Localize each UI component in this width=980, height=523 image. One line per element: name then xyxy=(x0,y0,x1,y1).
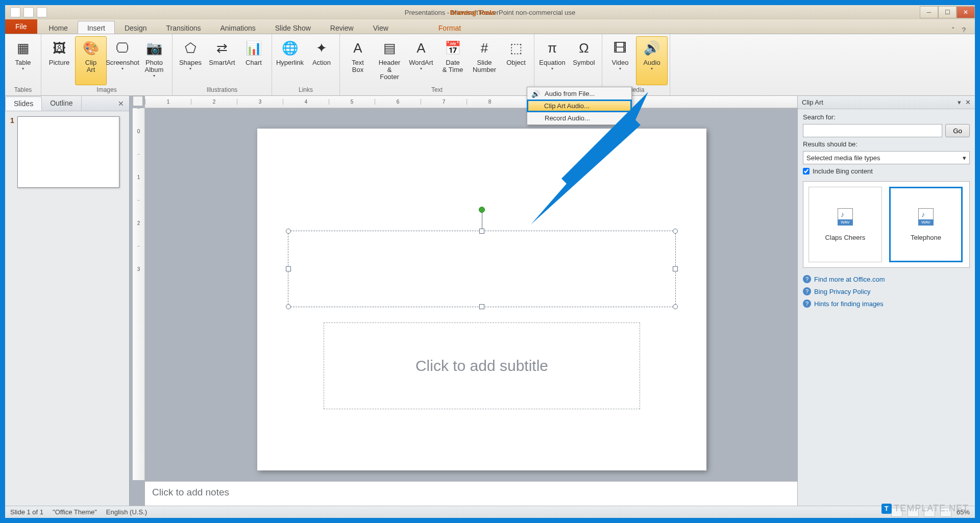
vruler-tick: 1 xyxy=(137,154,140,200)
close-button[interactable]: ✕ xyxy=(957,6,975,18)
notes-pane[interactable]: Click to add notes xyxy=(145,481,797,506)
audio-menu-item-icon: 🔊 xyxy=(531,90,540,98)
video-button[interactable]: 🎞Video▾ xyxy=(604,36,636,85)
help-icon[interactable]: ? xyxy=(962,26,966,34)
tab-slide-show[interactable]: Slide Show xyxy=(265,21,321,34)
video-icon: 🎞 xyxy=(610,38,630,58)
photo-album-dropdown-icon: ▾ xyxy=(153,73,155,78)
tab-animations[interactable]: Animations xyxy=(210,21,265,34)
results-type-select[interactable]: Selected media file types ▾ xyxy=(803,151,970,164)
clip-art-pane-close-icon[interactable]: ✕ xyxy=(965,98,971,106)
resize-handle-s[interactable] xyxy=(479,304,484,309)
text-box-icon: A xyxy=(348,38,368,58)
audio-menu-item-2[interactable]: Record Audio... xyxy=(527,112,631,124)
clip-art-help-links: ?Find more at Office.com?Bing Privacy Po… xyxy=(798,272,975,313)
clip-art-pane-title: Clip Art xyxy=(802,98,823,106)
tab-insert[interactable]: Insert xyxy=(78,21,115,34)
text-box-button[interactable]: ATextBox xyxy=(342,36,374,85)
qat-redo-icon[interactable] xyxy=(37,7,47,17)
chart-button[interactable]: 📊Chart xyxy=(238,36,270,85)
ribbon-group-tables: ▦Table▾Tables xyxy=(5,34,41,95)
clip-art-help-link[interactable]: ?Find more at Office.com xyxy=(803,275,970,283)
slides-panel-close-icon[interactable]: ✕ xyxy=(113,97,129,110)
ribbon-tabs: File HomeInsertDesignTransitionsAnimatio… xyxy=(5,19,975,34)
rotation-handle[interactable] xyxy=(479,207,485,213)
header-footer-button[interactable]: ▤Header& Footer xyxy=(374,36,405,85)
file-tab[interactable]: File xyxy=(5,19,37,34)
resize-handle-se[interactable] xyxy=(673,304,678,309)
audio-menu-item-0[interactable]: 🔊Audio from File... xyxy=(527,87,631,100)
slide-number-icon: # xyxy=(474,38,495,58)
maximize-button[interactable]: ☐ xyxy=(938,6,957,18)
audio-menu-item-1[interactable]: Clip Art Audio... xyxy=(527,99,632,112)
resize-handle-e[interactable] xyxy=(673,266,678,271)
hyperlink-button[interactable]: 🌐Hyperlink xyxy=(274,36,306,85)
rotation-stem xyxy=(482,212,482,229)
help-link-label: Hints for finding images xyxy=(814,300,884,308)
hruler-tick: 4 xyxy=(283,99,329,105)
shapes-icon: ⬠ xyxy=(180,38,201,58)
clip-art-pane: Clip Art ▾ ✕ Search for: Go Results shou… xyxy=(797,96,975,506)
resize-handle-sw[interactable] xyxy=(286,304,291,309)
status-slide: Slide 1 of 1 xyxy=(10,508,43,516)
clip-art-result-item[interactable]: ♪Telephone xyxy=(889,187,963,262)
left-tab-outline[interactable]: Outline xyxy=(42,96,81,110)
tab-review[interactable]: Review xyxy=(321,21,363,34)
resize-handle-nw[interactable] xyxy=(286,229,291,234)
watermark: T TEMPLATE.NET xyxy=(881,503,969,514)
clip-art-result-item[interactable]: ♪Claps Cheers xyxy=(808,187,882,262)
smartart-button[interactable]: ⇄SmartArt xyxy=(206,36,238,85)
ribbon-group-symbols: πEquation▾ΩSymbolSymbols xyxy=(534,34,602,95)
ribbon-group-label: Images xyxy=(43,85,170,94)
help-link-label: Find more at Office.com xyxy=(814,276,885,283)
wordart-button[interactable]: AWordArt▾ xyxy=(405,36,437,85)
screenshot-button[interactable]: 🖵Screenshot▾ xyxy=(107,36,138,85)
hruler-tick: 2 xyxy=(191,99,237,105)
slide-number-button[interactable]: #SlideNumber xyxy=(469,36,500,85)
clip-art-go-button[interactable]: Go xyxy=(945,124,970,137)
qat-undo-icon[interactable] xyxy=(23,7,34,17)
clip-art-results: ♪Claps Cheers♪Telephone xyxy=(803,181,970,268)
tab-home[interactable]: Home xyxy=(39,21,78,34)
date-time-button[interactable]: 📅Date& Time xyxy=(437,36,469,85)
action-button[interactable]: ✦Action xyxy=(306,36,337,85)
equation-button[interactable]: πEquation▾ xyxy=(536,36,568,85)
slide-thumb-number: 1 xyxy=(10,116,14,188)
slide-canvas[interactable]: Click to add subtitle xyxy=(257,129,706,470)
tab-format[interactable]: Format xyxy=(429,21,471,34)
slide-number-label: SlideNumber xyxy=(473,59,496,73)
audio-menu-item-label: Record Audio... xyxy=(545,114,590,122)
picture-button[interactable]: 🖼Picture xyxy=(43,36,75,85)
slide-thumbnails: 1 xyxy=(5,111,129,193)
audio-button[interactable]: 🔊Audio▾ xyxy=(636,36,668,85)
photo-album-button[interactable]: 📷PhotoAlbum▾ xyxy=(138,36,170,85)
tab-transitions[interactable]: Transitions xyxy=(157,21,211,34)
ribbon-minimize-icon[interactable]: ˄ xyxy=(951,26,955,34)
resize-handle-ne[interactable] xyxy=(673,229,678,234)
left-tab-slides[interactable]: Slides xyxy=(5,96,42,111)
shapes-button[interactable]: ⬠Shapes▾ xyxy=(175,36,206,85)
tab-view[interactable]: View xyxy=(363,21,398,34)
clip-art-help-link[interactable]: ?Hints for finding images xyxy=(803,300,970,308)
slide-thumbnail[interactable] xyxy=(17,116,119,188)
include-bing-checkbox[interactable] xyxy=(803,168,810,175)
header-footer-label: Header& Footer xyxy=(377,59,402,81)
clip-art-search-input[interactable] xyxy=(803,124,942,137)
tab-design[interactable]: Design xyxy=(115,21,157,34)
clip-art-pane-menu-icon[interactable]: ▾ xyxy=(958,98,961,106)
clip-art-button[interactable]: 🎨ClipArt xyxy=(75,36,107,85)
minimize-button[interactable]: ─ xyxy=(920,6,938,18)
table-button[interactable]: ▦Table▾ xyxy=(7,36,39,85)
clip-art-help-link[interactable]: ?Bing Privacy Policy xyxy=(803,287,970,295)
status-lang: English (U.S.) xyxy=(106,508,147,516)
resize-handle-w[interactable] xyxy=(286,266,291,271)
qat-save-icon[interactable] xyxy=(10,7,20,17)
title-placeholder-selected[interactable] xyxy=(288,231,676,307)
audio-dropdown-icon: ▾ xyxy=(651,66,653,71)
screenshot-icon: 🖵 xyxy=(112,38,133,58)
object-button[interactable]: ⬚Object xyxy=(500,36,532,85)
symbol-button[interactable]: ΩSymbol xyxy=(568,36,600,85)
subtitle-placeholder[interactable]: Click to add subtitle xyxy=(324,322,640,409)
photo-album-label: PhotoAlbum xyxy=(145,59,164,73)
resize-handle-n[interactable] xyxy=(479,229,484,234)
